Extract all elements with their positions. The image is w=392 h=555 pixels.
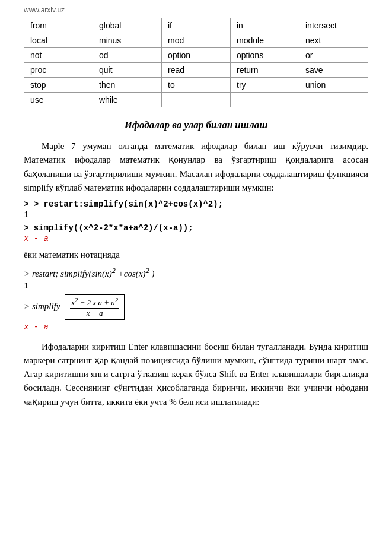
code-line-3: > restart; simplify(sin(x)2 +cos(x)2 ) (24, 267, 368, 279)
note-1: ёки математик нотацияда (24, 248, 368, 262)
table-cell: then (93, 78, 162, 93)
code-result-3: 1 (24, 281, 368, 291)
table-cell: or (299, 48, 368, 63)
code-result-4: x - a (24, 322, 368, 332)
table-cell: use (24, 93, 93, 107)
code-line-1: > > restart:simplify(sin(x)^2+cos(x)^2); (24, 199, 368, 209)
table-cell: while (93, 93, 162, 107)
keywords-table: fromglobalifinintersectlocalminusmodmodu… (24, 18, 368, 107)
table-cell: from (24, 18, 93, 33)
table-cell: save (299, 63, 368, 78)
table-cell: next (299, 33, 368, 48)
table-cell: to (162, 78, 231, 93)
table-cell: od (93, 48, 162, 63)
paragraph-1: Maple 7 умуман олганда математик ифодала… (24, 139, 368, 195)
table-cell (231, 93, 299, 107)
table-cell: not (24, 48, 93, 63)
table-cell: union (299, 78, 368, 93)
table-cell: minus (93, 33, 162, 48)
code-line-2: > simplify((x^2-2*x*a+a^2)/(x-a)); (24, 223, 368, 233)
table-row: stopthentotryunion (24, 78, 368, 93)
table-cell: global (93, 18, 162, 33)
table-cell: local (24, 33, 93, 48)
table-cell: return (231, 63, 299, 78)
code-line-4: > simplify x2 − 2 x a + a2 x − a (24, 294, 368, 319)
table-cell: options (231, 48, 299, 63)
table-row: notodoptionoptionsor (24, 48, 368, 63)
code-result-2: x - a (24, 234, 368, 243)
table-cell: proc (24, 63, 93, 78)
table-cell: read (162, 63, 231, 78)
table-cell: intersect (299, 18, 368, 33)
table-cell: in (231, 18, 299, 33)
table-cell (162, 93, 231, 107)
table-cell (299, 93, 368, 107)
table-row: localminusmodmodulenext (24, 33, 368, 48)
site-url: www.arxiv.uz (24, 6, 368, 14)
paragraph-2: Ифодаларни киритиш Enter клавишасини бос… (24, 340, 368, 409)
table-row: usewhile (24, 93, 368, 107)
table-cell: mod (162, 33, 231, 48)
table-cell: module (231, 33, 299, 48)
code-result-1: 1 (24, 210, 368, 220)
table-cell: stop (24, 78, 93, 93)
table-row: procquitreadreturnsave (24, 63, 368, 78)
table-cell: if (162, 18, 231, 33)
table-cell: quit (93, 63, 162, 78)
table-cell: option (162, 48, 231, 63)
table-cell: try (231, 78, 299, 93)
section-title: Ифодалар ва улар билан ишлаш (24, 119, 368, 131)
table-row: fromglobalifinintersect (24, 18, 368, 33)
